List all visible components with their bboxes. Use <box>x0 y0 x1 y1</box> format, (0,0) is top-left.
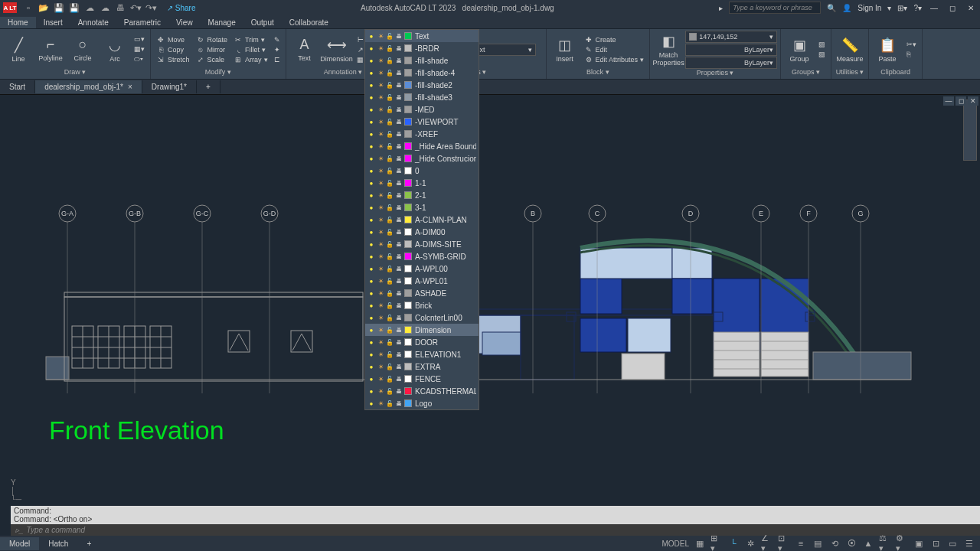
vp-maximize-icon[interactable]: ◻ <box>956 96 966 106</box>
layer-row[interactable]: ●☀🔓🖶-BRDR <box>365 42 479 54</box>
layer-row[interactable]: ●☀🔓🖶-VIEWPORT <box>365 116 479 128</box>
layer-row[interactable]: ●☀🔓🖶ELEVATION1 <box>365 348 479 360</box>
layer-row[interactable]: ●☀🔓🖶EXTRA <box>365 360 479 373</box>
tab-view[interactable]: View <box>168 17 201 28</box>
layer-row[interactable]: ●☀🔓🖶A-CLMN-PLAN <box>365 214 479 226</box>
help-icon[interactable]: ?▾ <box>913 4 922 12</box>
layer-row[interactable]: ●☀🔓🖶A-DIM00 <box>365 226 479 238</box>
layer-row[interactable]: ●☀🔓🖶A-WPL00 <box>365 262 479 275</box>
line-button[interactable]: ╱Line <box>3 37 34 63</box>
layer-row[interactable]: ●☀🔓🖶A-SYMB-GRID <box>365 250 479 262</box>
group-button[interactable]: ▣Group <box>784 37 815 63</box>
monitor-icon[interactable]: ▣ <box>913 537 925 549</box>
layer-row[interactable]: ●☀🔓🖶-MED <box>365 103 479 116</box>
redo-icon[interactable]: ↷▾ <box>145 2 156 13</box>
polar-icon[interactable]: ✲ <box>744 537 756 549</box>
signin-label[interactable]: Sign In <box>858 4 881 12</box>
tab-annotate[interactable]: Annotate <box>70 17 116 28</box>
group-edit-icon[interactable]: ▧ <box>816 50 828 59</box>
edit-button[interactable]: ✎Edit <box>582 45 647 54</box>
layer-row[interactable]: ●☀🔓🖶-fill-shade <box>365 54 479 67</box>
ellipse-icon[interactable]: ⬭▾ <box>132 54 147 64</box>
layer-row[interactable]: ●☀🔓🖶Dimension <box>365 324 479 336</box>
maximize-icon[interactable]: ◻ <box>946 2 959 13</box>
layer-dropdown-list[interactable]: ●☀🔓🖶Text●☀🔓🖶-BRDR●☀🔓🖶-fill-shade●☀🔓🖶-fil… <box>364 29 479 410</box>
add-layout-button[interactable]: + <box>77 537 100 550</box>
layer-row[interactable]: ●☀🔓🖶_Hide Area Boundaries <box>365 140 479 152</box>
arc-button[interactable]: ◡Arc <box>100 37 130 63</box>
new-icon[interactable]: ▫ <box>23 2 34 13</box>
search-go-icon[interactable]: 🔍 <box>827 4 836 12</box>
tab-collaborate[interactable]: Collaborate <box>282 17 336 28</box>
polyline-button[interactable]: ⌐Polyline <box>35 37 66 62</box>
isodraft-icon[interactable]: ∠ ▾ <box>761 537 773 549</box>
layer-row[interactable]: ●☀🔓🖶-fill-shade-4 <box>365 67 479 79</box>
match-properties-button[interactable]: ◧Match Properties <box>653 33 684 67</box>
layer-row[interactable]: ●☀🔓🖶_Hide Construcion Lines <box>365 152 479 165</box>
layer-row[interactable]: ●☀🔓🖶DOOR <box>365 336 479 348</box>
layer-row[interactable]: ●☀🔓🖶Text <box>365 30 479 42</box>
explode-icon[interactable]: ✦ <box>272 45 283 54</box>
saveas-icon[interactable]: 💾 <box>69 2 80 13</box>
lineweight-icon[interactable]: ≡ <box>795 537 807 549</box>
annovisibility-icon[interactable]: ▲ <box>862 537 874 549</box>
layer-row[interactable]: ●☀🔓🖶Logo <box>365 397 479 409</box>
text-button[interactable]: AText <box>289 37 320 62</box>
tab-file-2[interactable]: Drawing1* <box>142 80 197 93</box>
app-switcher-icon[interactable]: ⊞▾ <box>897 4 907 12</box>
vp-close-icon[interactable]: ✕ <box>968 96 978 106</box>
search-icon[interactable]: ▸ <box>719 4 723 12</box>
user-icon[interactable]: 👤 <box>842 4 851 12</box>
layer-row[interactable]: ●☀🔓🖶FENCE <box>365 373 479 385</box>
tab-insert[interactable]: Insert <box>36 17 70 28</box>
ortho-icon[interactable]: └ <box>727 537 740 549</box>
measure-button[interactable]: 📏Measure <box>835 37 865 63</box>
layer-row[interactable]: ●☀🔓🖶Brick <box>365 299 479 311</box>
close-icon[interactable]: ✕ <box>965 2 977 13</box>
tab-file-1[interactable]: dealership_mod_obj-1*× <box>35 80 142 93</box>
layer-row[interactable]: ●☀🔓🖶2-1 <box>365 189 479 201</box>
circle-button[interactable]: ○Circle <box>67 37 98 62</box>
nav-bar[interactable] <box>963 99 977 161</box>
share-button[interactable]: ↗ Share <box>167 4 195 12</box>
new-tab-button[interactable]: + <box>197 80 220 93</box>
layer-row[interactable]: ●☀🔓🖶-XREF <box>365 128 479 140</box>
tab-start[interactable]: Start <box>0 80 35 93</box>
offset-icon[interactable]: ⊏ <box>272 55 283 64</box>
customize-icon[interactable]: ☰ <box>963 537 975 549</box>
mirror-button[interactable]: ⎋Mirror <box>194 45 230 54</box>
move-button[interactable]: ✥Move <box>154 35 192 44</box>
snap-icon[interactable]: ⊞ ▾ <box>710 537 723 549</box>
rectangle-icon[interactable]: ▭▾ <box>132 34 147 44</box>
hatch-tab[interactable]: Hatch <box>39 537 77 550</box>
copy-button[interactable]: ⎘Copy <box>154 45 192 54</box>
ungroup-icon[interactable]: ▨ <box>816 40 828 49</box>
layer-row[interactable]: ●☀🔓🖶A-WPL01 <box>365 275 479 287</box>
hardware-icon[interactable]: ⊡ <box>929 537 942 549</box>
tab-parametric[interactable]: Parametric <box>116 17 168 28</box>
layer-row[interactable]: ●☀🔓🖶KCADSTHERMAL <box>365 385 479 397</box>
layer-row[interactable]: ●☀🔓🖶A-DIMS-SITE <box>365 238 479 250</box>
drawing-canvas[interactable]: G-AG-BG-CG-D BCDEFG Front Elevation <box>0 95 980 505</box>
array-button[interactable]: ⊞Array ▾ <box>231 55 270 64</box>
fillet-button[interactable]: ◟Fillet ▾ <box>231 45 270 54</box>
hatch-icon[interactable]: ▦▾ <box>132 44 147 54</box>
dimension-button[interactable]: ⟷Dimension <box>322 37 352 63</box>
osnap-icon[interactable]: ⊡ ▾ <box>778 537 790 549</box>
linetype-dropdown[interactable]: ByLayer▾ <box>685 44 777 56</box>
model-tab[interactable]: Model <box>0 537 39 550</box>
web-open-icon[interactable]: ☁ <box>84 2 95 13</box>
copy-clip-icon[interactable]: ⎘ <box>904 50 919 59</box>
tab-home[interactable]: Home <box>0 17 36 28</box>
minimize-icon[interactable]: — <box>928 2 940 13</box>
cut-icon[interactable]: ✂▾ <box>904 40 919 49</box>
layer-row[interactable]: ●☀🔓🖶-fill-shade3 <box>365 91 479 103</box>
clean-icon[interactable]: ▭ <box>946 537 959 549</box>
color-dropdown[interactable]: 147,149,152▾ <box>685 31 777 43</box>
create-button[interactable]: ✚Create <box>582 35 647 44</box>
tab-output[interactable]: Output <box>243 17 282 28</box>
vp-minimize-icon[interactable]: — <box>943 96 954 106</box>
cycling-icon[interactable]: ⟲ <box>828 537 841 549</box>
layer-row[interactable]: ●☀🔒🖶ASHADE <box>365 287 479 299</box>
layer-row[interactable]: ●☀🔓🖶0 <box>365 165 479 177</box>
